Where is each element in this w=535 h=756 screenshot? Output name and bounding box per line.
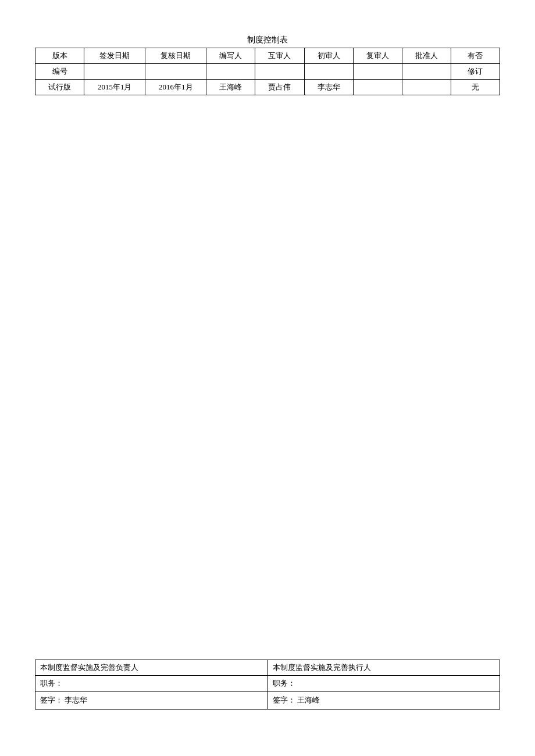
supervisor-label-row: 本制度监督实施及完善负责人 本制度监督实施及完善执行人: [35, 660, 500, 676]
signature-row: 签字： 李志华 签字： 王海峰: [35, 691, 500, 710]
header-empty7: [402, 64, 451, 80]
right-supervisor-label: 本制度监督实施及完善执行人: [268, 660, 500, 676]
header-empty4: [255, 64, 304, 80]
bottom-table: 本制度监督实施及完善负责人 本制度监督实施及完善执行人 职务： 职务： 签字： …: [35, 660, 500, 710]
table-header-row2: 编号 修订: [35, 64, 500, 80]
header-writer: 编写人: [206, 48, 255, 64]
position-row: 职务： 职务：: [35, 676, 500, 691]
cell-review-date: 2016年1月: [145, 80, 206, 95]
cell-sign-date: 2015年1月: [84, 80, 145, 95]
header-version: 版本: [35, 48, 84, 64]
header-edition: 编号: [35, 64, 84, 80]
table-data-row: 试行版 2015年1月 2016年1月 王海峰 贾占伟 李志华 无: [35, 80, 500, 95]
header-empty3: [206, 64, 255, 80]
header-mutual: 互审人: [255, 48, 304, 64]
header-modified: 有否: [451, 48, 500, 64]
cell-initial: 李志华: [304, 80, 353, 95]
header-empty2: [145, 64, 206, 80]
left-supervisor-label: 本制度监督实施及完善负责人: [35, 660, 268, 676]
header-approve: 批准人: [402, 48, 451, 64]
table-header-row1: 版本 签发日期 复核日期 编写人 互审人 初审人 复审人 批准人 有否: [35, 48, 500, 64]
table-title: 制度控制表: [35, 35, 500, 45]
page: 制度控制表 版本 签发日期 复核日期 编写人 互审人 初审人 复审人 批准人 有…: [0, 0, 535, 756]
bottom-section: 本制度监督实施及完善负责人 本制度监督实施及完善执行人 职务： 职务： 签字： …: [35, 660, 500, 710]
cell-writer: 王海峰: [206, 80, 255, 95]
header-sign-date: 签发日期: [84, 48, 145, 64]
left-signature: 签字： 李志华: [35, 691, 268, 710]
header-empty5: [304, 64, 353, 80]
right-signature: 签字： 王海峰: [268, 691, 500, 710]
header-revision: 修订: [451, 64, 500, 80]
control-table: 版本 签发日期 复核日期 编写人 互审人 初审人 复审人 批准人 有否 编号: [35, 48, 500, 95]
cell-re-review: [353, 80, 402, 95]
header-re-review: 复审人: [353, 48, 402, 64]
header-review-date: 复核日期: [145, 48, 206, 64]
right-position: 职务：: [268, 676, 500, 691]
cell-approve: [402, 80, 451, 95]
header-empty6: [353, 64, 402, 80]
header-empty1: [84, 64, 145, 80]
cell-version: 试行版: [35, 80, 84, 95]
header-initial: 初审人: [304, 48, 353, 64]
cell-mutual: 贾占伟: [255, 80, 304, 95]
left-position: 职务：: [35, 676, 268, 691]
cell-modified: 无: [451, 80, 500, 95]
